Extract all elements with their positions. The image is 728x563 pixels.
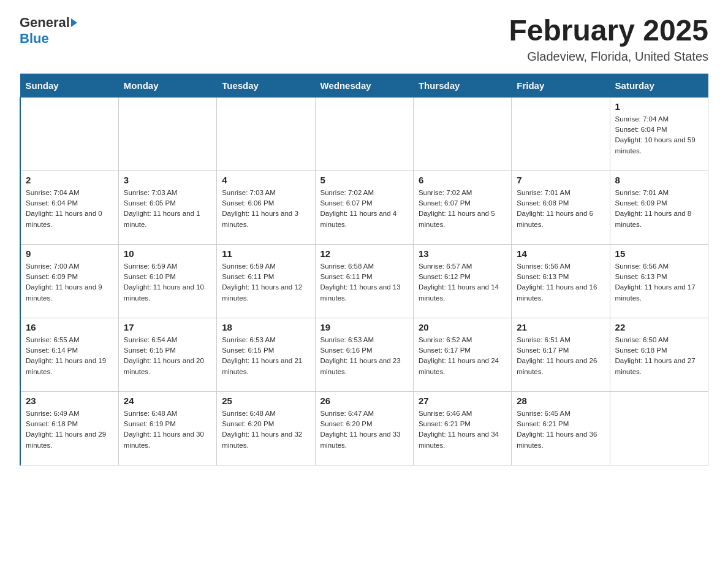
daylight-text: Daylight: 10 hours and 59 minutes. bbox=[615, 135, 703, 156]
sunset-text: Sunset: 6:17 PM bbox=[419, 345, 506, 356]
calendar-cell: 2Sunrise: 7:04 AMSunset: 6:04 PMDaylight… bbox=[20, 170, 118, 244]
sunset-text: Sunset: 6:14 PM bbox=[26, 345, 113, 356]
calendar-cell bbox=[315, 97, 413, 170]
header-sunday: Sunday bbox=[20, 74, 118, 97]
sunrise-text: Sunrise: 6:51 AM bbox=[517, 335, 604, 345]
sunset-text: Sunset: 6:12 PM bbox=[419, 272, 506, 282]
sunrise-text: Sunrise: 7:00 AM bbox=[26, 261, 113, 272]
daylight-text: Daylight: 11 hours and 36 minutes. bbox=[517, 429, 604, 451]
sunrise-text: Sunrise: 6:59 AM bbox=[222, 261, 309, 272]
day-info: Sunrise: 7:00 AMSunset: 6:09 PMDaylight:… bbox=[26, 261, 113, 304]
day-number: 8 bbox=[615, 175, 703, 185]
day-number: 23 bbox=[26, 396, 113, 406]
sunrise-text: Sunrise: 6:54 AM bbox=[124, 335, 211, 345]
sunset-text: Sunset: 6:19 PM bbox=[124, 419, 211, 429]
calendar-cell: 21Sunrise: 6:51 AMSunset: 6:17 PMDayligh… bbox=[512, 318, 610, 391]
sunset-text: Sunset: 6:04 PM bbox=[615, 124, 703, 135]
daylight-text: Daylight: 11 hours and 8 minutes. bbox=[615, 209, 703, 230]
day-info: Sunrise: 7:03 AMSunset: 6:05 PMDaylight:… bbox=[124, 188, 211, 230]
sunset-text: Sunset: 6:13 PM bbox=[517, 272, 604, 282]
sunset-text: Sunset: 6:04 PM bbox=[26, 198, 113, 209]
day-info: Sunrise: 6:50 AMSunset: 6:18 PMDaylight:… bbox=[615, 335, 703, 377]
weekday-header-row: Sunday Monday Tuesday Wednesday Thursday… bbox=[20, 74, 708, 97]
sunrise-text: Sunrise: 6:59 AM bbox=[124, 261, 211, 272]
header-saturday: Saturday bbox=[610, 74, 708, 97]
sunset-text: Sunset: 6:09 PM bbox=[615, 198, 703, 209]
calendar-cell: 26Sunrise: 6:47 AMSunset: 6:20 PMDayligh… bbox=[315, 391, 413, 465]
calendar-cell: 13Sunrise: 6:57 AMSunset: 6:12 PMDayligh… bbox=[413, 244, 511, 318]
sunrise-text: Sunrise: 6:46 AM bbox=[419, 408, 506, 419]
calendar-cell: 1Sunrise: 7:04 AMSunset: 6:04 PMDaylight… bbox=[610, 97, 708, 170]
day-info: Sunrise: 6:48 AMSunset: 6:19 PMDaylight:… bbox=[124, 408, 211, 451]
day-info: Sunrise: 6:56 AMSunset: 6:13 PMDaylight:… bbox=[615, 261, 703, 304]
day-number: 15 bbox=[615, 248, 703, 259]
day-number: 21 bbox=[517, 322, 604, 332]
sunset-text: Sunset: 6:08 PM bbox=[517, 198, 604, 209]
sunset-text: Sunset: 6:06 PM bbox=[222, 198, 309, 209]
logo-blue-text: Blue bbox=[20, 31, 49, 46]
day-number: 9 bbox=[26, 248, 113, 259]
day-number: 16 bbox=[26, 322, 113, 332]
day-number: 26 bbox=[320, 396, 408, 406]
sunrise-text: Sunrise: 7:01 AM bbox=[615, 188, 703, 198]
calendar-cell: 20Sunrise: 6:52 AMSunset: 6:17 PMDayligh… bbox=[413, 318, 511, 391]
daylight-text: Daylight: 11 hours and 14 minutes. bbox=[419, 282, 506, 304]
day-number: 18 bbox=[222, 322, 309, 332]
day-info: Sunrise: 6:46 AMSunset: 6:21 PMDaylight:… bbox=[419, 408, 506, 451]
day-info: Sunrise: 7:01 AMSunset: 6:09 PMDaylight:… bbox=[615, 188, 703, 230]
sunset-text: Sunset: 6:17 PM bbox=[517, 345, 604, 356]
day-info: Sunrise: 7:04 AMSunset: 6:04 PMDaylight:… bbox=[615, 114, 703, 156]
calendar-cell bbox=[512, 97, 610, 170]
daylight-text: Daylight: 11 hours and 27 minutes. bbox=[615, 356, 703, 377]
day-info: Sunrise: 6:51 AMSunset: 6:17 PMDaylight:… bbox=[517, 335, 604, 377]
day-number: 5 bbox=[320, 175, 408, 185]
calendar-cell: 11Sunrise: 6:59 AMSunset: 6:11 PMDayligh… bbox=[217, 244, 315, 318]
sunset-text: Sunset: 6:13 PM bbox=[615, 272, 703, 282]
daylight-text: Daylight: 11 hours and 13 minutes. bbox=[320, 282, 408, 304]
daylight-text: Daylight: 11 hours and 20 minutes. bbox=[124, 356, 211, 377]
day-info: Sunrise: 7:03 AMSunset: 6:06 PMDaylight:… bbox=[222, 188, 309, 230]
day-number: 25 bbox=[222, 396, 309, 406]
calendar-cell bbox=[610, 391, 708, 465]
sunrise-text: Sunrise: 6:49 AM bbox=[26, 408, 113, 419]
sunset-text: Sunset: 6:15 PM bbox=[222, 345, 309, 356]
day-number: 20 bbox=[419, 322, 506, 332]
day-info: Sunrise: 6:55 AMSunset: 6:14 PMDaylight:… bbox=[26, 335, 113, 377]
sunset-text: Sunset: 6:15 PM bbox=[124, 345, 211, 356]
logo-arrow-icon bbox=[71, 18, 77, 27]
calendar-cell: 27Sunrise: 6:46 AMSunset: 6:21 PMDayligh… bbox=[413, 391, 511, 465]
sunrise-text: Sunrise: 6:45 AM bbox=[517, 408, 604, 419]
sunrise-text: Sunrise: 6:57 AM bbox=[419, 261, 506, 272]
daylight-text: Daylight: 11 hours and 32 minutes. bbox=[222, 429, 309, 451]
sunset-text: Sunset: 6:11 PM bbox=[222, 272, 309, 282]
day-info: Sunrise: 7:02 AMSunset: 6:07 PMDaylight:… bbox=[419, 188, 506, 230]
header-friday: Friday bbox=[512, 74, 610, 97]
daylight-text: Daylight: 11 hours and 1 minute. bbox=[124, 209, 211, 230]
daylight-text: Daylight: 11 hours and 4 minutes. bbox=[320, 209, 408, 230]
sunset-text: Sunset: 6:11 PM bbox=[320, 272, 408, 282]
day-number: 12 bbox=[320, 248, 408, 259]
day-number: 24 bbox=[124, 396, 211, 406]
calendar-title: February 2025 bbox=[509, 15, 708, 47]
logo-general: General bbox=[20, 15, 70, 31]
sunrise-text: Sunrise: 7:03 AM bbox=[124, 188, 211, 198]
calendar-cell: 15Sunrise: 6:56 AMSunset: 6:13 PMDayligh… bbox=[610, 244, 708, 318]
daylight-text: Daylight: 11 hours and 29 minutes. bbox=[26, 429, 113, 451]
day-info: Sunrise: 6:49 AMSunset: 6:18 PMDaylight:… bbox=[26, 408, 113, 451]
sunrise-text: Sunrise: 6:47 AM bbox=[320, 408, 408, 419]
calendar-cell: 23Sunrise: 6:49 AMSunset: 6:18 PMDayligh… bbox=[20, 391, 118, 465]
sunrise-text: Sunrise: 6:53 AM bbox=[222, 335, 309, 345]
sunrise-text: Sunrise: 6:58 AM bbox=[320, 261, 408, 272]
day-number: 14 bbox=[517, 248, 604, 259]
sunrise-text: Sunrise: 6:55 AM bbox=[26, 335, 113, 345]
calendar-cell: 12Sunrise: 6:58 AMSunset: 6:11 PMDayligh… bbox=[315, 244, 413, 318]
calendar-week-row: 16Sunrise: 6:55 AMSunset: 6:14 PMDayligh… bbox=[20, 318, 708, 391]
header-monday: Monday bbox=[118, 74, 216, 97]
calendar-cell: 6Sunrise: 7:02 AMSunset: 6:07 PMDaylight… bbox=[413, 170, 511, 244]
calendar-cell: 17Sunrise: 6:54 AMSunset: 6:15 PMDayligh… bbox=[118, 318, 216, 391]
day-info: Sunrise: 6:48 AMSunset: 6:20 PMDaylight:… bbox=[222, 408, 309, 451]
daylight-text: Daylight: 11 hours and 33 minutes. bbox=[320, 429, 408, 451]
day-info: Sunrise: 6:52 AMSunset: 6:17 PMDaylight:… bbox=[419, 335, 506, 377]
day-number: 3 bbox=[124, 175, 211, 185]
daylight-text: Daylight: 11 hours and 16 minutes. bbox=[517, 282, 604, 304]
